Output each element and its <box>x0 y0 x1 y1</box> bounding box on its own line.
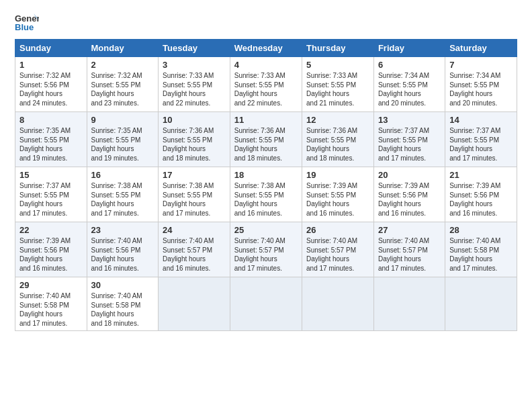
cell-text: Sunrise: 7:39 AMSunset: 5:56 PMDaylight … <box>449 182 500 217</box>
cell-text: Sunrise: 7:32 AMSunset: 5:55 PMDaylight … <box>91 72 142 107</box>
calendar-cell: 9 Sunrise: 7:35 AMSunset: 5:55 PMDayligh… <box>87 112 159 167</box>
calendar-cell: 18 Sunrise: 7:38 AMSunset: 5:55 PMDaylig… <box>230 167 302 222</box>
calendar-cell: 21 Sunrise: 7:39 AMSunset: 5:56 PMDaylig… <box>445 167 517 222</box>
weekday-header: Wednesday <box>230 40 302 57</box>
day-number: 29 <box>19 280 83 290</box>
day-number: 27 <box>378 225 441 235</box>
day-number: 17 <box>163 170 226 180</box>
calendar-cell: 27 Sunrise: 7:40 AMSunset: 5:57 PMDaylig… <box>373 222 445 277</box>
day-number: 22 <box>19 225 83 235</box>
day-number: 28 <box>449 225 513 235</box>
calendar-cell: 5 Sunrise: 7:33 AMSunset: 5:55 PMDayligh… <box>302 57 374 112</box>
weekday-header: Thursday <box>302 40 374 57</box>
day-number: 19 <box>306 170 369 180</box>
weekday-header: Saturday <box>445 40 517 57</box>
cell-text: Sunrise: 7:39 AMSunset: 5:56 PMDaylight … <box>378 182 429 217</box>
calendar-cell: 11 Sunrise: 7:36 AMSunset: 5:55 PMDaylig… <box>230 112 302 167</box>
day-number: 21 <box>449 170 513 180</box>
day-number: 1 <box>19 60 83 70</box>
cell-text: Sunrise: 7:33 AMSunset: 5:55 PMDaylight … <box>234 72 285 107</box>
svg-text:Blue: Blue <box>15 22 34 32</box>
day-number: 24 <box>163 225 226 235</box>
calendar-cell <box>445 277 517 331</box>
calendar-week-row: 22 Sunrise: 7:39 AMSunset: 5:56 PMDaylig… <box>15 222 517 277</box>
day-number: 7 <box>449 60 513 70</box>
calendar-cell <box>302 277 374 331</box>
logo-icon: General Blue <box>15 12 39 32</box>
day-number: 26 <box>306 225 369 235</box>
calendar-week-row: 1 Sunrise: 7:32 AMSunset: 5:56 PMDayligh… <box>15 57 517 112</box>
day-number: 16 <box>91 170 154 180</box>
calendar-cell: 8 Sunrise: 7:35 AMSunset: 5:55 PMDayligh… <box>15 112 87 167</box>
day-number: 4 <box>234 60 298 70</box>
calendar-cell: 17 Sunrise: 7:38 AMSunset: 5:55 PMDaylig… <box>159 167 230 222</box>
weekday-header: Tuesday <box>159 40 230 57</box>
day-number: 9 <box>91 115 154 125</box>
calendar-cell: 1 Sunrise: 7:32 AMSunset: 5:56 PMDayligh… <box>15 57 87 112</box>
cell-text: Sunrise: 7:40 AMSunset: 5:57 PMDaylight … <box>306 237 357 272</box>
cell-text: Sunrise: 7:32 AMSunset: 5:56 PMDaylight … <box>19 72 71 107</box>
cell-text: Sunrise: 7:36 AMSunset: 5:55 PMDaylight … <box>306 127 357 162</box>
calendar-cell: 6 Sunrise: 7:34 AMSunset: 5:55 PMDayligh… <box>373 57 445 112</box>
day-number: 18 <box>234 170 298 180</box>
cell-text: Sunrise: 7:37 AMSunset: 5:55 PMDaylight … <box>449 127 500 162</box>
day-number: 20 <box>378 170 441 180</box>
calendar-cell: 19 Sunrise: 7:39 AMSunset: 5:55 PMDaylig… <box>302 167 374 222</box>
cell-text: Sunrise: 7:38 AMSunset: 5:55 PMDaylight … <box>234 182 285 217</box>
cell-text: Sunrise: 7:35 AMSunset: 5:55 PMDaylight … <box>19 127 71 162</box>
calendar-cell <box>159 277 230 331</box>
day-number: 12 <box>306 115 369 125</box>
calendar-cell: 15 Sunrise: 7:37 AMSunset: 5:55 PMDaylig… <box>15 167 87 222</box>
calendar-cell: 7 Sunrise: 7:34 AMSunset: 5:55 PMDayligh… <box>445 57 517 112</box>
calendar-week-row: 15 Sunrise: 7:37 AMSunset: 5:55 PMDaylig… <box>15 167 517 222</box>
calendar-week-row: 8 Sunrise: 7:35 AMSunset: 5:55 PMDayligh… <box>15 112 517 167</box>
day-number: 23 <box>91 225 154 235</box>
calendar-cell: 28 Sunrise: 7:40 AMSunset: 5:58 PMDaylig… <box>445 222 517 277</box>
day-number: 8 <box>19 115 83 125</box>
calendar-cell: 10 Sunrise: 7:36 AMSunset: 5:55 PMDaylig… <box>159 112 230 167</box>
cell-text: Sunrise: 7:38 AMSunset: 5:55 PMDaylight … <box>91 182 142 217</box>
cell-text: Sunrise: 7:40 AMSunset: 5:57 PMDaylight … <box>163 237 214 272</box>
cell-text: Sunrise: 7:33 AMSunset: 5:55 PMDaylight … <box>163 72 214 107</box>
calendar-cell: 30 Sunrise: 7:40 AMSunset: 5:58 PMDaylig… <box>87 277 159 331</box>
day-number: 13 <box>378 115 441 125</box>
cell-text: Sunrise: 7:38 AMSunset: 5:55 PMDaylight … <box>163 182 214 217</box>
day-number: 25 <box>234 225 298 235</box>
day-number: 2 <box>91 60 154 70</box>
calendar-table: SundayMondayTuesdayWednesdayThursdayFrid… <box>15 39 517 331</box>
day-number: 11 <box>234 115 298 125</box>
cell-text: Sunrise: 7:36 AMSunset: 5:55 PMDaylight … <box>234 127 285 162</box>
day-number: 5 <box>306 60 369 70</box>
calendar-cell: 3 Sunrise: 7:33 AMSunset: 5:55 PMDayligh… <box>159 57 230 112</box>
calendar-cell: 22 Sunrise: 7:39 AMSunset: 5:56 PMDaylig… <box>15 222 87 277</box>
cell-text: Sunrise: 7:33 AMSunset: 5:55 PMDaylight … <box>306 72 357 107</box>
weekday-header: Friday <box>373 40 445 57</box>
cell-text: Sunrise: 7:35 AMSunset: 5:55 PMDaylight … <box>91 127 142 162</box>
cell-text: Sunrise: 7:39 AMSunset: 5:55 PMDaylight … <box>306 182 357 217</box>
day-number: 10 <box>163 115 226 125</box>
calendar-cell: 14 Sunrise: 7:37 AMSunset: 5:55 PMDaylig… <box>445 112 517 167</box>
day-number: 30 <box>91 280 154 290</box>
calendar-cell: 29 Sunrise: 7:40 AMSunset: 5:58 PMDaylig… <box>15 277 87 331</box>
day-number: 6 <box>378 60 441 70</box>
calendar-cell: 20 Sunrise: 7:39 AMSunset: 5:56 PMDaylig… <box>373 167 445 222</box>
header: General Blue <box>15 12 517 32</box>
page: General Blue SundayMondayTuesdayWednesda… <box>0 0 532 338</box>
calendar-cell: 2 Sunrise: 7:32 AMSunset: 5:55 PMDayligh… <box>87 57 159 112</box>
calendar-week-row: 29 Sunrise: 7:40 AMSunset: 5:58 PMDaylig… <box>15 277 517 331</box>
calendar-cell <box>230 277 302 331</box>
cell-text: Sunrise: 7:37 AMSunset: 5:55 PMDaylight … <box>19 182 71 217</box>
cell-text: Sunrise: 7:40 AMSunset: 5:58 PMDaylight … <box>91 292 142 327</box>
cell-text: Sunrise: 7:36 AMSunset: 5:55 PMDaylight … <box>163 127 214 162</box>
day-number: 3 <box>163 60 226 70</box>
cell-text: Sunrise: 7:40 AMSunset: 5:57 PMDaylight … <box>378 237 429 272</box>
calendar-cell: 13 Sunrise: 7:37 AMSunset: 5:55 PMDaylig… <box>373 112 445 167</box>
day-number: 15 <box>19 170 83 180</box>
logo: General Blue <box>15 12 43 32</box>
calendar-cell: 23 Sunrise: 7:40 AMSunset: 5:56 PMDaylig… <box>87 222 159 277</box>
cell-text: Sunrise: 7:39 AMSunset: 5:56 PMDaylight … <box>19 237 71 272</box>
cell-text: Sunrise: 7:40 AMSunset: 5:58 PMDaylight … <box>19 292 71 327</box>
weekday-header: Monday <box>87 40 159 57</box>
calendar-cell: 26 Sunrise: 7:40 AMSunset: 5:57 PMDaylig… <box>302 222 374 277</box>
calendar-cell: 12 Sunrise: 7:36 AMSunset: 5:55 PMDaylig… <box>302 112 374 167</box>
